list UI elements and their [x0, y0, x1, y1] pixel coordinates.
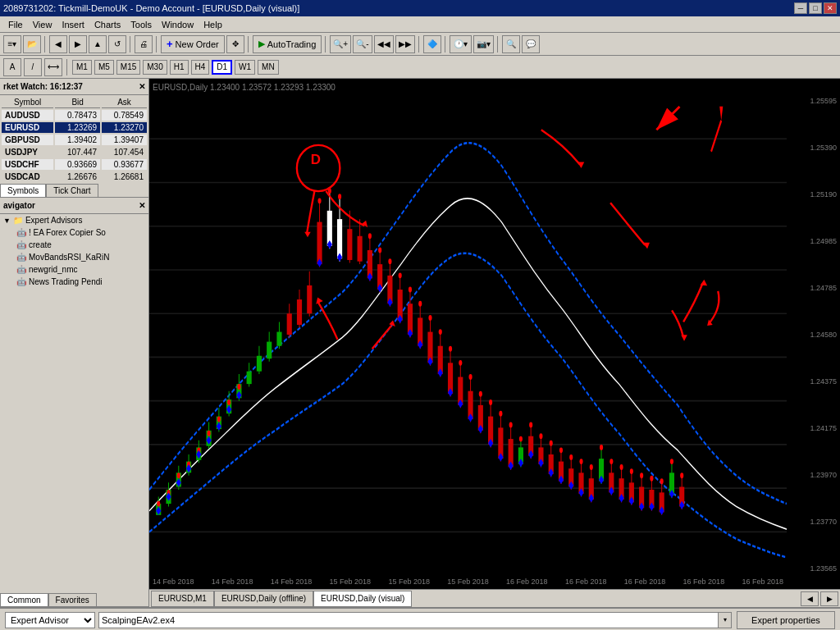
- toolbar-btn-2[interactable]: 📂: [23, 35, 41, 53]
- symbol-cell: EURUSD: [2, 122, 53, 133]
- menu-charts[interactable]: Charts: [89, 18, 126, 31]
- tf-h1[interactable]: H1: [170, 60, 189, 75]
- menu-window[interactable]: Window: [157, 18, 199, 31]
- market-watch-close[interactable]: ✕: [139, 82, 145, 91]
- menu-file[interactable]: File: [3, 18, 28, 31]
- strategy-row-1: Expert Advisor ▾ Expert properties: [0, 609, 840, 630]
- toolbar-screenshot[interactable]: 📷▾: [473, 35, 494, 53]
- maximize-button[interactable]: □: [809, 2, 822, 14]
- minimize-button[interactable]: ─: [794, 2, 807, 14]
- date-3: 15 Feb 2018: [330, 578, 372, 586]
- expert-advisor-dropdown[interactable]: ▾: [719, 612, 732, 628]
- svg-point-147: [529, 422, 532, 427]
- symbol-cell: AUDUSD: [2, 110, 53, 121]
- nav-item-label: ! EA Forex Copier So: [29, 228, 106, 237]
- auto-trading-button[interactable]: ▶ AutoTrading: [253, 35, 322, 53]
- tf-m30[interactable]: M30: [143, 60, 167, 75]
- menu-tools[interactable]: Tools: [126, 18, 157, 31]
- toolbar-line[interactable]: /: [24, 58, 42, 76]
- market-watch-row-usdcad[interactable]: USDCAD 1.26676 1.26681: [2, 171, 147, 182]
- toolbar-refresh[interactable]: ↺: [108, 35, 126, 53]
- symbol-cell: USDJPY: [2, 147, 53, 158]
- chart-tab-scroll-right[interactable]: ▶: [820, 591, 838, 606]
- nav-item-!-ea-forex-copier-so[interactable]: 🤖 ! EA Forex Copier So: [0, 226, 148, 239]
- svg-rect-0: [149, 95, 787, 574]
- market-watch-row-eurusd[interactable]: EURUSD 1.23269 1.23270: [2, 122, 147, 133]
- ea-icon: 🤖: [16, 228, 26, 237]
- navigator-close[interactable]: ✕: [139, 201, 145, 210]
- tab-common[interactable]: Common: [0, 593, 48, 606]
- expert-properties-button[interactable]: Expert properties: [737, 611, 835, 629]
- new-order-button[interactable]: + New Order: [161, 35, 225, 53]
- toolbar-btn-1[interactable]: ≡▾: [3, 35, 21, 53]
- auto-trading-label: AutoTrading: [267, 39, 317, 49]
- tab-symbols[interactable]: Symbols: [0, 184, 46, 197]
- svg-point-143: [489, 399, 492, 405]
- price-label-2: 1.25190: [787, 190, 840, 199]
- toolbar-hline[interactable]: ⟷: [44, 58, 62, 76]
- expand-icon: ▼: [3, 217, 11, 225]
- nav-item-news-trading-pendi[interactable]: 🤖 News Trading Pendi: [0, 276, 148, 288]
- expert-advisor-input[interactable]: [98, 612, 719, 628]
- toolbar-objects[interactable]: 🔷: [423, 35, 441, 53]
- chart-svg-wrapper: D: [149, 95, 787, 574]
- toolbar-chart-zoom-in[interactable]: 🔍+: [330, 35, 351, 53]
- toolbar-up[interactable]: ▲: [89, 35, 107, 53]
- bid-cell: 107.447: [55, 147, 100, 158]
- tf-w1[interactable]: W1: [235, 60, 255, 75]
- chart-area[interactable]: EURUSD,Daily 1.23400 1.23572 1.23293 1.2…: [149, 79, 840, 607]
- menu-view[interactable]: View: [28, 18, 57, 31]
- svg-point-188: [620, 464, 623, 470]
- folder-icon: 📁: [13, 216, 23, 225]
- svg-point-146: [519, 436, 523, 442]
- toolbar-crosshair[interactable]: ✥: [226, 35, 244, 53]
- toolbar-back[interactable]: ◀: [49, 35, 67, 53]
- chart-canvas[interactable]: D: [149, 95, 840, 574]
- toolbar-search[interactable]: 🔍: [502, 35, 520, 53]
- nav-item-create[interactable]: 🤖 create: [0, 239, 148, 251]
- toolbar-chart-scroll-right[interactable]: ▶▶: [395, 35, 415, 53]
- svg-point-38: [227, 399, 231, 405]
- tf-m1[interactable]: M1: [72, 60, 92, 75]
- svg-point-151: [569, 454, 573, 460]
- market-watch-row-usdchf[interactable]: USDCHF 0.93669 0.93677: [2, 159, 147, 170]
- ask-cell: 1.26681: [102, 171, 147, 182]
- tf-m5[interactable]: M5: [94, 60, 114, 75]
- toolbar-forward[interactable]: ▶: [69, 35, 87, 53]
- nav-item-label: News Trading Pendi: [29, 277, 103, 286]
- market-watch-table: Symbol Bid Ask AUDUSD 0.78473 0.78549 EU…: [0, 95, 148, 184]
- chart-tab-eurusd-daily-offline[interactable]: EURUSD,Daily (offline): [214, 591, 313, 607]
- price-label-7: 1.24175: [787, 424, 840, 432]
- col-ask: Ask: [102, 97, 147, 108]
- expert-advisor-type-select[interactable]: Expert Advisor: [5, 612, 95, 628]
- tf-h4[interactable]: H4: [191, 60, 210, 75]
- new-order-label: New Order: [176, 39, 219, 49]
- nav-item-newgrid_nmc[interactable]: 🤖 newgrid_nmc: [0, 263, 148, 276]
- tf-mn[interactable]: MN: [258, 60, 279, 75]
- nav-item-expert-advisors[interactable]: ▼ 📁 Expert Advisors: [0, 214, 148, 226]
- chart-tab-scroll-left[interactable]: ◀: [801, 591, 819, 606]
- ask-cell: 1.39407: [102, 135, 147, 145]
- menu-insert[interactable]: Insert: [57, 18, 89, 31]
- toolbar-chart-zoom-out[interactable]: 🔍-: [353, 35, 372, 53]
- toolbar-chart-scroll-left[interactable]: ◀◀: [374, 35, 394, 53]
- chart-tab-eurusd-m1[interactable]: EURUSD,M1: [151, 591, 214, 607]
- market-watch-row-usdjpy[interactable]: USDJPY 107.447 107.454: [2, 147, 147, 158]
- menu-help[interactable]: Help: [199, 18, 227, 31]
- nav-item-movbandsrsi_karin[interactable]: 🤖 MovBandsRSI_KaRiN: [0, 251, 148, 263]
- svg-point-152: [579, 459, 582, 464]
- tab-tick-chart[interactable]: Tick Chart: [46, 184, 98, 197]
- toolbar-chat[interactable]: 💬: [522, 35, 540, 53]
- tab-favorites[interactable]: Favorites: [48, 593, 97, 606]
- tf-m15[interactable]: M15: [116, 60, 140, 75]
- chart-tab-eurusd-daily-visual[interactable]: EURUSD,Daily (visual): [313, 591, 412, 607]
- bid-cell: 1.39402: [55, 135, 100, 145]
- tf-d1[interactable]: D1: [212, 60, 232, 75]
- market-watch-row-audusd[interactable]: AUDUSD 0.78473 0.78549: [2, 110, 147, 121]
- toolbar-time[interactable]: 🕐▾: [450, 35, 472, 53]
- toolbar-print[interactable]: 🖨: [135, 35, 153, 53]
- close-button[interactable]: ✕: [824, 2, 837, 14]
- toolbar-cursor[interactable]: A: [3, 58, 21, 76]
- svg-point-103: [428, 315, 431, 321]
- market-watch-row-gbpusd[interactable]: GBPUSD 1.39402 1.39407: [2, 135, 147, 145]
